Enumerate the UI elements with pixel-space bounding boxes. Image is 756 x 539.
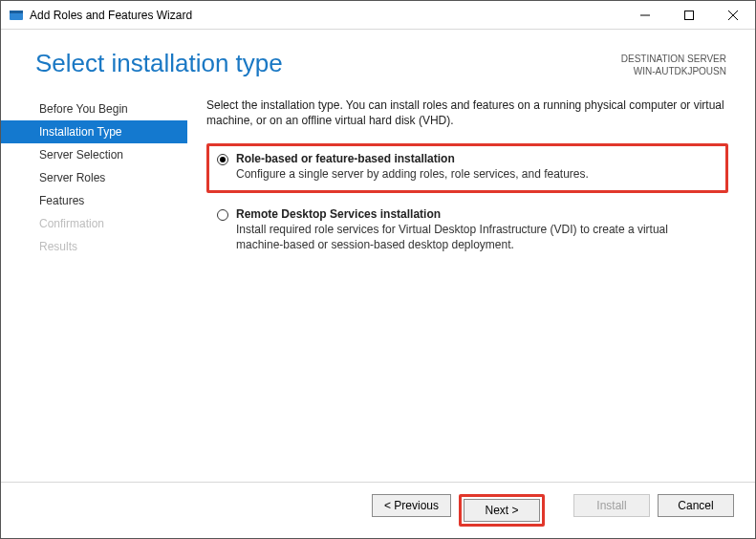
close-button[interactable]	[711, 1, 755, 30]
window-title: Add Roles and Features Wizard	[30, 9, 192, 22]
content: Select the installation type. You can in…	[187, 94, 755, 482]
footer: < Previous Next > Install Cancel	[1, 482, 755, 538]
sidebar-item-installation-type[interactable]: Installation Type	[1, 120, 187, 143]
previous-button[interactable]: < Previous	[372, 494, 451, 517]
sidebar: Before You Begin Installation Type Serve…	[1, 94, 187, 482]
minimize-button[interactable]	[623, 1, 667, 30]
next-button-highlight: Next >	[459, 494, 545, 527]
destination-server-name: WIN-AUTDKJPOUSN	[621, 65, 726, 77]
main-area: Before You Begin Installation Type Serve…	[1, 88, 755, 482]
sidebar-item-before-you-begin[interactable]: Before You Begin	[1, 97, 187, 120]
next-button[interactable]: Next >	[464, 499, 540, 522]
radio-remote-desktop[interactable]	[217, 209, 228, 221]
destination-server-label: DESTINATION SERVER	[621, 53, 726, 65]
sidebar-item-server-roles[interactable]: Server Roles	[1, 166, 187, 189]
app-icon	[9, 8, 24, 23]
sidebar-item-confirmation: Confirmation	[1, 212, 187, 235]
option-remote-desktop-title: Remote Desktop Services installation	[236, 207, 714, 221]
sidebar-item-results: Results	[1, 235, 187, 258]
intro-text: Select the installation type. You can in…	[206, 97, 728, 128]
maximize-button[interactable]	[667, 1, 711, 30]
header: Select installation type DESTINATION SER…	[1, 30, 755, 88]
option-role-based-desc: Configure a single server by adding role…	[236, 167, 589, 183]
svg-rect-1	[10, 11, 23, 13]
radio-role-based[interactable]	[217, 154, 228, 165]
destination-server-info: DESTINATION SERVER WIN-AUTDKJPOUSN	[621, 49, 726, 77]
sidebar-item-features[interactable]: Features	[1, 189, 187, 212]
page-title: Select installation type	[35, 49, 283, 78]
sidebar-item-server-selection[interactable]: Server Selection	[1, 143, 187, 166]
option-remote-desktop[interactable]: Remote Desktop Services installation Ins…	[206, 199, 728, 263]
svg-rect-3	[685, 11, 694, 19]
install-button: Install	[573, 494, 650, 517]
window-controls	[623, 1, 755, 30]
option-remote-desktop-desc: Install required role services for Virtu…	[236, 223, 714, 252]
cancel-button[interactable]: Cancel	[658, 494, 734, 517]
option-role-based-title: Role-based or feature-based installation	[236, 152, 589, 165]
titlebar: Add Roles and Features Wizard	[1, 1, 755, 30]
option-role-based[interactable]: Role-based or feature-based installation…	[206, 143, 728, 193]
